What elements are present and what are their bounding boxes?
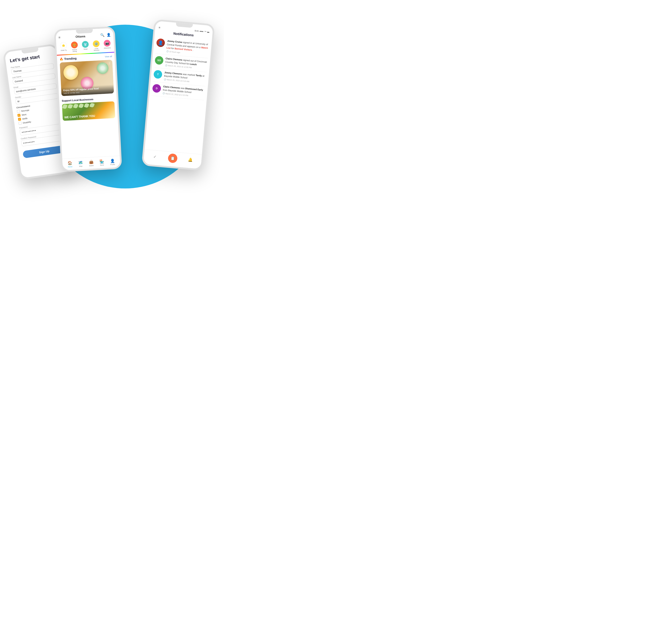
- notif-text-1b: for: [171, 47, 175, 50]
- category-local-services[interactable]: ⚙️ Local Services: [90, 39, 102, 53]
- header-icons: 🔍 👤: [100, 32, 111, 37]
- search-icon[interactable]: 🔍: [100, 33, 104, 37]
- nav-wallet[interactable]: 👜 Wallet: [89, 159, 94, 166]
- store-icon: 🏪: [99, 159, 104, 163]
- notif-menu-icon[interactable]: ≡: [158, 25, 160, 29]
- clock-icon-4: 🕐: [162, 92, 165, 94]
- tardy-label: Tardy: [196, 74, 202, 77]
- trending-section: 🔥 Trending View all ♡ ⤴ Enjoy 50% off re…: [57, 52, 116, 97]
- nav-store-label: Store: [100, 164, 104, 166]
- heart-icon[interactable]: ♡: [103, 62, 106, 66]
- flame-icon: 🔥: [59, 57, 63, 61]
- profile-nav-icon: 👤: [110, 158, 115, 163]
- circumstances-section: Circumstance Neuroди ✓ Ment ✓ Wellb Disa…: [16, 100, 61, 125]
- phone-marketplace: ≡ Ottawa 🔍 👤 ⭐ Gotta Try 🍔 Food & Dining: [54, 26, 122, 172]
- clock-icon-2: 🕐: [165, 64, 167, 66]
- checkbox-ment-label: Ment: [21, 113, 26, 116]
- category-gotta-try[interactable]: ⭐ Gotta Try: [58, 41, 69, 54]
- jimmy-cruise-name: Jimmy Cruise: [167, 40, 182, 43]
- gotta-try-label: Gotta Try: [61, 49, 67, 51]
- nav-profile[interactable]: 👤 Profile: [110, 158, 115, 165]
- nav-id-card[interactable]: 📋: [167, 153, 177, 163]
- password-section: Password •••••••••• Confirm Password •••…: [19, 121, 64, 146]
- trending-card[interactable]: ♡ ⤴ Enjoy 50% off regular price food Val…: [60, 60, 114, 96]
- dismissed-early-label: Dismissed Early: [185, 87, 203, 91]
- signal-icon: ●●●: [200, 30, 204, 32]
- lemon-2: [68, 104, 73, 109]
- food-dining-icon: 🍔: [71, 41, 78, 49]
- category-attractions[interactable]: 📷 Attractions: [101, 38, 113, 52]
- notif-body-2: Claire Clemons signed out of Cincinnati …: [165, 57, 207, 70]
- claire-clemons-name-2: Claire Clemons: [163, 85, 180, 89]
- gotta-try-icon: ⭐: [60, 42, 67, 49]
- category-food-dining[interactable]: 🍔 Food & Dining: [69, 40, 80, 54]
- notif-text-1c: .: [193, 49, 193, 51]
- lemon-3: [73, 103, 78, 109]
- nav-store[interactable]: 🏪 Store: [99, 159, 104, 166]
- jimmy-clemons-name: Jimmy Clemons: [164, 71, 182, 75]
- clock-icon-1: 🕐: [166, 50, 168, 52]
- nav-profile-label: Profile: [110, 163, 115, 165]
- local-services-label: Local Services: [93, 48, 100, 52]
- view-all-link[interactable]: View all: [104, 55, 112, 58]
- phone-middle-content: ≡ Ottawa 🔍 👤 ⭐ Gotta Try 🍔 Food & Dining: [56, 28, 120, 170]
- profile-icon[interactable]: 👤: [106, 32, 111, 37]
- wifi-icon: 〜: [204, 30, 206, 33]
- lemon-5: [84, 103, 89, 108]
- phone-notifications: ≡ 9:41 ●●● 〜 ▬ Notifications 👤: [142, 19, 215, 171]
- nav-map[interactable]: 🗺️ Map: [78, 160, 83, 167]
- notif-avatar-so: SO: [154, 56, 163, 65]
- clock-icon-3: 🕐: [163, 78, 166, 80]
- right-bottom-nav: ✓ 📋 🔔: [143, 149, 202, 169]
- notif-avatar-jimmy-cruise: 👤: [156, 38, 165, 47]
- notif-body-3: Jimmy Clemons was marked Tardy at Baysid…: [163, 71, 206, 84]
- status-bar: 9:41 ●●● 〜 ▬: [195, 29, 209, 33]
- category-retail[interactable]: 👕 Retail: [80, 39, 91, 53]
- bottom-nav-middle: 🏠 Home 🗺️ Map 👜 Wallet 🏪 Store 👤: [62, 156, 120, 170]
- time-display: 9:41: [195, 29, 199, 32]
- retail-icon: 👕: [82, 41, 89, 48]
- local-biz-section: Support Local Businesses WE CAN'T THANK …: [59, 94, 118, 123]
- food-plate-2: [96, 62, 108, 74]
- notif-body-1: Jimmy Cruise signed in at University of …: [166, 39, 209, 56]
- nav-bell[interactable]: 🔔: [185, 154, 196, 164]
- attractions-icon: 📷: [103, 40, 110, 47]
- checkbox-wellb-input[interactable]: ✓: [18, 118, 21, 121]
- avatar-initials-so: SO: [157, 59, 161, 62]
- trending-header: 🔥 Trending View all: [59, 55, 112, 61]
- nav-map-label: Map: [79, 165, 82, 167]
- menu-icon[interactable]: ≡: [58, 35, 60, 39]
- local-biz-card[interactable]: WE CAN'T THANK YOU: [62, 101, 115, 121]
- checkbox-disability-label: Disability: [22, 121, 31, 124]
- nav-home[interactable]: 🏠 Home: [67, 160, 72, 167]
- notif-body-4: Claire Clemons was Dismissed Early from …: [162, 85, 205, 98]
- avatar-initials-d: D: [156, 87, 158, 90]
- signup-button[interactable]: Sign Up: [22, 145, 66, 158]
- retail-label: Retail: [84, 48, 87, 50]
- checkbox-ment-input[interactable]: ✓: [17, 114, 20, 117]
- lemon-6: [89, 102, 95, 108]
- notif-text-3a: was marked: [182, 72, 196, 76]
- wallet-icon: 👜: [89, 159, 93, 164]
- claire-clemons-name-1: Claire Clemons: [165, 57, 182, 61]
- notif-avatar-t: T: [153, 70, 162, 79]
- market-header-title: Ottawa: [75, 34, 85, 38]
- trending-title-text: Trending: [64, 57, 77, 61]
- map-icon: 🗺️: [78, 160, 83, 165]
- local-biz-title: Support Local Businesses: [62, 96, 114, 102]
- trending-title: 🔥 Trending: [59, 57, 77, 61]
- attractions-label: Attractions: [104, 47, 110, 49]
- checkbox-neurod-label: Neuroди: [21, 109, 29, 112]
- nav-check[interactable]: ✓: [150, 152, 160, 162]
- scene: Let's get start First Name Thomas Last N…: [7, 9, 217, 198]
- banned-visitors-link[interactable]: Banned Visitors: [174, 47, 192, 51]
- lemon-4: [78, 103, 84, 108]
- checkbox-neurod-input[interactable]: [17, 110, 20, 113]
- lunch-label: Lunch: [190, 63, 197, 66]
- lemon-1: [62, 104, 67, 109]
- home-icon: 🏠: [67, 160, 72, 165]
- nav-home-label: Home: [68, 165, 72, 167]
- share-icon[interactable]: ⤴: [109, 62, 110, 65]
- checkbox-disability-input[interactable]: [18, 122, 22, 125]
- local-services-icon: ⚙️: [93, 40, 100, 47]
